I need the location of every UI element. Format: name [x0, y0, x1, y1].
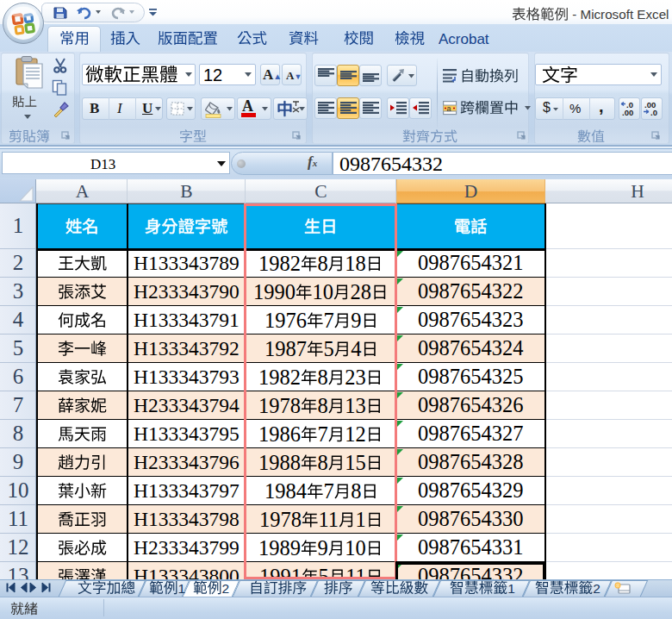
- svg-text:0987654327: 0987654327: [418, 422, 524, 445]
- svg-text:1984: 1984: [264, 478, 307, 502]
- svg-text:1: 1: [507, 581, 515, 596]
- svg-text:9: 9: [351, 308, 361, 331]
- svg-text:12: 12: [345, 422, 367, 445]
- svg-text:0987654322: 0987654322: [418, 279, 524, 303]
- svg-text:10: 10: [345, 535, 367, 559]
- svg-text:1: 1: [177, 581, 185, 596]
- svg-text:H133343792: H133343792: [134, 337, 240, 360]
- svg-text:- Microsoft Excel: - Microsoft Excel: [569, 7, 669, 22]
- svg-text:H133343797: H133343797: [134, 479, 240, 502]
- svg-text:1986: 1986: [258, 422, 301, 445]
- svg-text:H233343794: H233343794: [134, 394, 240, 416]
- svg-text:1: 1: [355, 507, 365, 530]
- svg-text:11: 11: [318, 507, 339, 530]
- svg-text:H133343798: H133343798: [134, 508, 240, 530]
- svg-text:0987654330: 0987654330: [418, 507, 524, 530]
- svg-text:H233343790: H233343790: [134, 280, 240, 303]
- svg-text:1978: 1978: [258, 393, 301, 416]
- svg-text:8: 8: [318, 393, 328, 416]
- svg-text:8: 8: [318, 365, 328, 388]
- svg-text:1976: 1976: [264, 308, 307, 331]
- svg-text:23: 23: [345, 365, 367, 388]
- svg-text:7: 7: [318, 422, 328, 445]
- svg-text:1982: 1982: [258, 251, 301, 274]
- svg-text:0987654321: 0987654321: [418, 251, 524, 274]
- svg-text:4: 4: [351, 336, 361, 360]
- svg-text:.0: .0: [650, 108, 657, 117]
- svg-text:13: 13: [345, 393, 367, 416]
- svg-text:1982: 1982: [258, 365, 301, 388]
- svg-text:15: 15: [345, 450, 367, 473]
- svg-text:10: 10: [313, 279, 334, 303]
- svg-text:0987654328: 0987654328: [418, 450, 524, 473]
- svg-text:1988: 1988: [258, 450, 301, 473]
- svg-text:H233343796: H233343796: [134, 451, 240, 473]
- svg-text:1989: 1989: [258, 535, 301, 559]
- svg-text:5: 5: [323, 336, 333, 360]
- svg-text:H133343795: H133343795: [134, 422, 240, 445]
- svg-text:Acrobat: Acrobat: [439, 30, 489, 47]
- svg-text:0987654326: 0987654326: [418, 393, 524, 416]
- svg-text:2: 2: [221, 581, 229, 596]
- svg-text:9: 9: [318, 535, 328, 559]
- svg-text:7: 7: [323, 308, 333, 331]
- svg-text:8: 8: [318, 450, 328, 473]
- svg-text:0987654325: 0987654325: [418, 365, 524, 388]
- svg-text:H233343799: H233343799: [134, 536, 240, 559]
- svg-text:28: 28: [351, 279, 372, 303]
- svg-text:1978: 1978: [259, 507, 302, 530]
- svg-text:H133343793: H133343793: [134, 366, 240, 388]
- svg-text:8: 8: [318, 251, 328, 274]
- svg-text:7: 7: [323, 478, 333, 502]
- svg-text:.00: .00: [622, 108, 633, 117]
- svg-text:0987654323: 0987654323: [418, 308, 524, 331]
- svg-text:H133343791: H133343791: [134, 309, 240, 331]
- svg-text:1990: 1990: [253, 279, 296, 303]
- svg-text:18: 18: [345, 251, 367, 274]
- svg-text:1987: 1987: [264, 336, 307, 360]
- svg-text:a: a: [447, 104, 451, 113]
- svg-text:0987654329: 0987654329: [418, 478, 524, 502]
- svg-text:0987654324: 0987654324: [418, 336, 524, 360]
- svg-text:8: 8: [351, 478, 361, 502]
- svg-text:H133343789: H133343789: [134, 252, 240, 274]
- svg-text:2: 2: [593, 581, 600, 596]
- svg-text:0987654331: 0987654331: [418, 535, 524, 559]
